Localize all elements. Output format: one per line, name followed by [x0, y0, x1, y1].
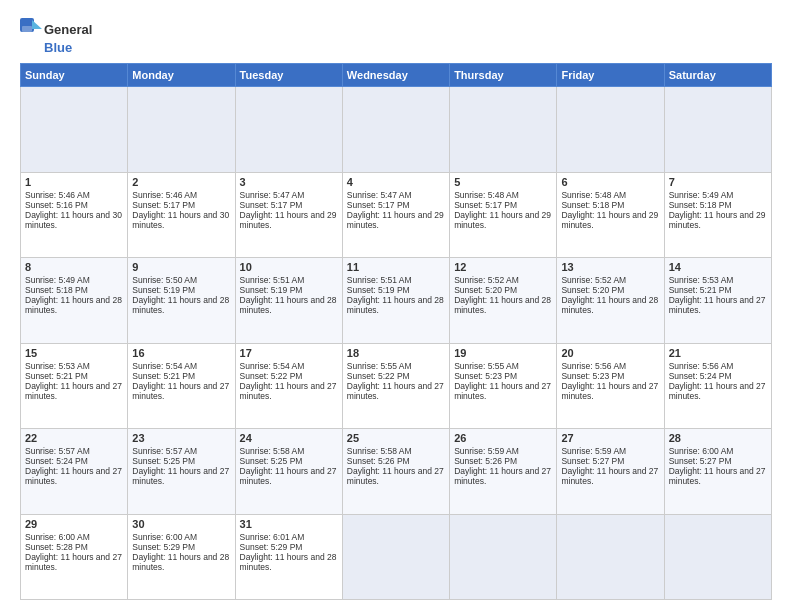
daylight-text: Daylight: 11 hours and 27 minutes. [240, 466, 337, 486]
logo-text-blue: Blue [44, 40, 72, 55]
calendar-cell: 5Sunrise: 5:48 AMSunset: 5:17 PMDaylight… [450, 172, 557, 258]
sunrise-text: Sunrise: 5:52 AM [561, 275, 626, 285]
sunrise-text: Sunrise: 5:53 AM [669, 275, 734, 285]
logo-text-general: General [44, 22, 92, 37]
daylight-text: Daylight: 11 hours and 27 minutes. [669, 466, 766, 486]
daylight-text: Daylight: 11 hours and 27 minutes. [132, 466, 229, 486]
sunrise-text: Sunrise: 5:56 AM [669, 361, 734, 371]
day-number: 18 [347, 347, 445, 359]
sunset-text: Sunset: 5:27 PM [669, 456, 732, 466]
sunrise-text: Sunrise: 5:58 AM [240, 446, 305, 456]
day-number: 17 [240, 347, 338, 359]
daylight-text: Daylight: 11 hours and 28 minutes. [132, 552, 229, 572]
sunset-text: Sunset: 5:28 PM [25, 542, 88, 552]
header-row: SundayMondayTuesdayWednesdayThursdayFrid… [21, 64, 772, 87]
sunset-text: Sunset: 5:24 PM [25, 456, 88, 466]
calendar-cell [557, 87, 664, 173]
calendar-cell: 12Sunrise: 5:52 AMSunset: 5:20 PMDayligh… [450, 258, 557, 344]
svg-marker-1 [32, 20, 42, 29]
calendar-cell: 17Sunrise: 5:54 AMSunset: 5:22 PMDayligh… [235, 343, 342, 429]
daylight-text: Daylight: 11 hours and 27 minutes. [669, 381, 766, 401]
daylight-text: Daylight: 11 hours and 30 minutes. [25, 210, 122, 230]
sunrise-text: Sunrise: 5:48 AM [454, 190, 519, 200]
daylight-text: Daylight: 11 hours and 29 minutes. [240, 210, 337, 230]
day-number: 15 [25, 347, 123, 359]
col-header-wednesday: Wednesday [342, 64, 449, 87]
calendar-cell: 11Sunrise: 5:51 AMSunset: 5:19 PMDayligh… [342, 258, 449, 344]
calendar-cell: 15Sunrise: 5:53 AMSunset: 5:21 PMDayligh… [21, 343, 128, 429]
daylight-text: Daylight: 11 hours and 27 minutes. [25, 381, 122, 401]
daylight-text: Daylight: 11 hours and 28 minutes. [132, 295, 229, 315]
calendar-cell: 3Sunrise: 5:47 AMSunset: 5:17 PMDaylight… [235, 172, 342, 258]
day-number: 11 [347, 261, 445, 273]
sunrise-text: Sunrise: 5:53 AM [25, 361, 90, 371]
daylight-text: Daylight: 11 hours and 29 minutes. [347, 210, 444, 230]
col-header-sunday: Sunday [21, 64, 128, 87]
calendar-cell: 10Sunrise: 5:51 AMSunset: 5:19 PMDayligh… [235, 258, 342, 344]
calendar-cell: 26Sunrise: 5:59 AMSunset: 5:26 PMDayligh… [450, 429, 557, 515]
sunrise-text: Sunrise: 5:49 AM [25, 275, 90, 285]
sunrise-text: Sunrise: 5:57 AM [25, 446, 90, 456]
daylight-text: Daylight: 11 hours and 28 minutes. [240, 552, 337, 572]
day-number: 14 [669, 261, 767, 273]
calendar-cell: 28Sunrise: 6:00 AMSunset: 5:27 PMDayligh… [664, 429, 771, 515]
daylight-text: Daylight: 11 hours and 27 minutes. [240, 381, 337, 401]
sunrise-text: Sunrise: 5:54 AM [240, 361, 305, 371]
col-header-saturday: Saturday [664, 64, 771, 87]
daylight-text: Daylight: 11 hours and 30 minutes. [132, 210, 229, 230]
calendar-cell [557, 514, 664, 600]
sunrise-text: Sunrise: 5:50 AM [132, 275, 197, 285]
sunrise-text: Sunrise: 5:51 AM [240, 275, 305, 285]
daylight-text: Daylight: 11 hours and 28 minutes. [454, 295, 551, 315]
sunset-text: Sunset: 5:24 PM [669, 371, 732, 381]
sunset-text: Sunset: 5:17 PM [454, 200, 517, 210]
week-row-2: 1Sunrise: 5:46 AMSunset: 5:16 PMDaylight… [21, 172, 772, 258]
day-number: 27 [561, 432, 659, 444]
day-number: 8 [25, 261, 123, 273]
day-number: 7 [669, 176, 767, 188]
sunrise-text: Sunrise: 5:55 AM [347, 361, 412, 371]
daylight-text: Daylight: 11 hours and 27 minutes. [561, 381, 658, 401]
day-number: 22 [25, 432, 123, 444]
daylight-text: Daylight: 11 hours and 27 minutes. [454, 381, 551, 401]
sunrise-text: Sunrise: 5:47 AM [240, 190, 305, 200]
daylight-text: Daylight: 11 hours and 27 minutes. [347, 381, 444, 401]
week-row-4: 15Sunrise: 5:53 AMSunset: 5:21 PMDayligh… [21, 343, 772, 429]
sunset-text: Sunset: 5:26 PM [347, 456, 410, 466]
sunset-text: Sunset: 5:19 PM [347, 285, 410, 295]
calendar-cell [450, 514, 557, 600]
daylight-text: Daylight: 11 hours and 29 minutes. [561, 210, 658, 230]
calendar-cell [342, 514, 449, 600]
day-number: 23 [132, 432, 230, 444]
calendar-cell: 18Sunrise: 5:55 AMSunset: 5:22 PMDayligh… [342, 343, 449, 429]
daylight-text: Daylight: 11 hours and 27 minutes. [561, 466, 658, 486]
calendar-cell: 22Sunrise: 5:57 AMSunset: 5:24 PMDayligh… [21, 429, 128, 515]
sunset-text: Sunset: 5:21 PM [669, 285, 732, 295]
calendar-cell: 14Sunrise: 5:53 AMSunset: 5:21 PMDayligh… [664, 258, 771, 344]
day-number: 6 [561, 176, 659, 188]
calendar-cell: 27Sunrise: 5:59 AMSunset: 5:27 PMDayligh… [557, 429, 664, 515]
sunrise-text: Sunrise: 5:59 AM [454, 446, 519, 456]
sunset-text: Sunset: 5:18 PM [669, 200, 732, 210]
sunrise-text: Sunrise: 5:57 AM [132, 446, 197, 456]
day-number: 4 [347, 176, 445, 188]
logo: General Blue [20, 18, 92, 55]
day-number: 19 [454, 347, 552, 359]
calendar-cell: 29Sunrise: 6:00 AMSunset: 5:28 PMDayligh… [21, 514, 128, 600]
calendar-cell: 6Sunrise: 5:48 AMSunset: 5:18 PMDaylight… [557, 172, 664, 258]
calendar-cell: 7Sunrise: 5:49 AMSunset: 5:18 PMDaylight… [664, 172, 771, 258]
sunset-text: Sunset: 5:20 PM [561, 285, 624, 295]
sunset-text: Sunset: 5:22 PM [240, 371, 303, 381]
day-number: 31 [240, 518, 338, 530]
sunrise-text: Sunrise: 5:51 AM [347, 275, 412, 285]
calendar-cell: 31Sunrise: 6:01 AMSunset: 5:29 PMDayligh… [235, 514, 342, 600]
day-number: 10 [240, 261, 338, 273]
sunrise-text: Sunrise: 5:48 AM [561, 190, 626, 200]
sunset-text: Sunset: 5:27 PM [561, 456, 624, 466]
calendar-cell [128, 87, 235, 173]
sunset-text: Sunset: 5:22 PM [347, 371, 410, 381]
sunrise-text: Sunrise: 5:54 AM [132, 361, 197, 371]
day-number: 3 [240, 176, 338, 188]
sunset-text: Sunset: 5:29 PM [132, 542, 195, 552]
header: General Blue [20, 18, 772, 55]
